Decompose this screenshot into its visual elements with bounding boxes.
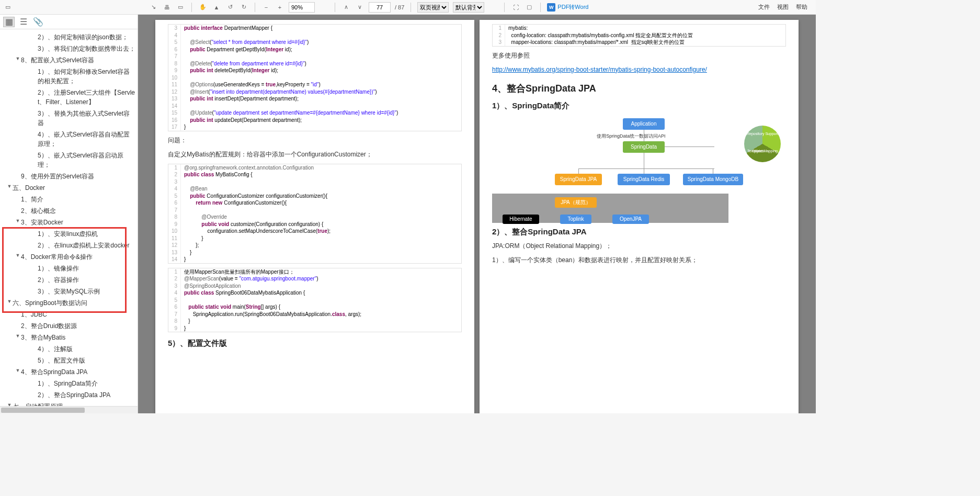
menu-view[interactable]: 视图 (777, 3, 789, 11)
outline-tree[interactable]: 2）、如何定制错误的json数据；3）、将我们的定制数据携带出去；▼8、配置嵌入… (0, 29, 138, 406)
diagram-openjpa: OpenJPA (612, 215, 649, 224)
tree-item[interactable]: ▼五、Docker (0, 182, 138, 194)
page-up-icon[interactable]: ∧ (341, 3, 351, 12)
tree-item-label: 六、SpringBoot与数据访问 (13, 298, 135, 308)
tree-item-label: 1、简介 (21, 195, 135, 204)
tree-item-label: 七、启动配置原理 (13, 402, 135, 406)
tree-item[interactable]: 9、使用外置的Servlet容器 (0, 171, 138, 182)
print-icon[interactable]: 🖶 (162, 3, 172, 12)
thumbnails-tab[interactable]: ▦ (3, 17, 15, 27)
tree-item[interactable]: ▼七、启动配置原理 (0, 401, 138, 406)
code-block-mapper: 3public interface DepartmentMapper {45 @… (168, 24, 462, 131)
tree-item-label: 3）、替换为其他嵌入式Servlet容器 (38, 109, 135, 128)
menu-file[interactable]: 文件 (758, 3, 770, 11)
page-left: 3public interface DepartmentMapper {45 @… (155, 20, 474, 413)
tree-item-label: 1、JDBC (21, 310, 135, 319)
tree-arrow-icon[interactable]: ▼ (6, 183, 13, 190)
tree-item[interactable]: ▼4、Docker常用命令&操作 (0, 251, 138, 263)
tree-item[interactable]: ▼4、整合SpringData JPA (0, 366, 138, 378)
bg-mode-select[interactable]: 默认背景 (453, 2, 484, 13)
word-icon: W (547, 3, 555, 12)
horizontal-scrollbar[interactable] (0, 406, 138, 413)
tree-arrow-icon[interactable]: ▼ (15, 252, 21, 260)
tree-item-label: 2）、整合SpringData JPA (38, 390, 135, 400)
rotate-right-icon[interactable]: ↻ (239, 3, 248, 12)
page-total: / 87 (395, 4, 404, 10)
tree-item[interactable]: 2）、整合SpringData JPA (0, 389, 138, 401)
main-toolbar: ▭ ↘ 🖶 ▭ ✋ ▲ ↺ ↻ − + ∧ ∨ / 87 双页视图 默认背景 ⛶… (0, 0, 816, 15)
tree-item[interactable]: 2）、如何定制错误的json数据； (0, 31, 138, 43)
tree-arrow-icon[interactable]: ▼ (15, 367, 21, 375)
sidebar: ▦ ☰ 📎 2）、如何定制错误的json数据；3）、将我们的定制数据携带出去；▼… (0, 15, 138, 413)
tree-item[interactable]: 4）、注解版 (0, 343, 138, 355)
code-block-mybatis-yaml: 1mybatis:2 config-location: classpath:my… (492, 24, 786, 47)
cursor-icon[interactable]: ▲ (212, 3, 221, 12)
tree-item-label: 1）、如何定制和修改Servlet容器的相关配置； (38, 67, 135, 86)
tree-item[interactable]: 2）、注册Servlet三大组件【Servlet、Filter、Listener… (0, 87, 138, 108)
attachments-tab[interactable]: 📎 (32, 17, 44, 27)
diagram-redis: SpringData Redis (618, 174, 670, 185)
tree-item-label: 3）、安装MySQL示例 (38, 287, 135, 296)
tree-item[interactable]: 2、整合Druid数据源 (0, 320, 138, 332)
tree-item[interactable]: 1）、镜像操作 (0, 263, 138, 274)
tree-item[interactable]: 1、JDBC (0, 309, 138, 320)
tree-item[interactable]: ▼8、配置嵌入式Servlet容器 (0, 54, 138, 66)
tree-item-label: 4、Docker常用命令&操作 (21, 252, 135, 262)
page-input[interactable] (369, 2, 391, 13)
tree-item[interactable]: 3）、安装MySQL示例 (0, 286, 138, 297)
tree-item[interactable]: 5）、配置文件版 (0, 355, 138, 366)
tree-item[interactable]: 3）、将我们的定制数据携带出去； (0, 43, 138, 54)
code-block-config: 1@org.springframework.context.annotation… (168, 164, 462, 264)
menu-help[interactable]: 帮助 (796, 3, 807, 11)
heading-5: 5）、配置文件版 (168, 339, 462, 348)
slideshow-icon[interactable]: ▢ (525, 3, 534, 12)
tree-arrow-icon[interactable]: ▼ (15, 218, 21, 225)
rotate-left-icon[interactable]: ↺ (225, 3, 235, 12)
tree-item-label: 4、整合SpringData JPA (21, 367, 135, 377)
zoom-out-icon[interactable]: − (261, 3, 271, 12)
document-viewport[interactable]: 3public interface DepartmentMapper {45 @… (138, 15, 816, 413)
tree-arrow-icon[interactable]: ▼ (15, 55, 21, 63)
tree-item[interactable]: 1）、如何定制和修改Servlet容器的相关配置； (0, 66, 138, 87)
tree-arrow-icon[interactable]: ▼ (6, 402, 13, 406)
view-mode-select[interactable]: 双页视图 (417, 2, 449, 13)
springdata-diagram: Application 使用SpringData统一数据访问API Spring… (492, 116, 786, 221)
tree-item-label: 3、安装Docker (21, 218, 135, 227)
mybatis-link[interactable]: http://www.mybatis.org/spring-boot-start… (492, 66, 707, 73)
tree-item[interactable]: 1、简介 (0, 194, 138, 205)
tree-item[interactable]: ▼六、SpringBoot与数据访问 (0, 297, 138, 309)
tree-item[interactable]: 2）、容器操作 (0, 274, 138, 286)
pdf-to-word-button[interactable]: W PDF转Word (547, 3, 588, 12)
tree-item-label: 2）、如何定制错误的json数据； (38, 32, 135, 42)
tree-item-label: 8、配置嵌入式Servlet容器 (21, 55, 135, 65)
tree-arrow-icon[interactable]: ▼ (6, 298, 13, 306)
page-down-icon[interactable]: ∨ (355, 3, 364, 12)
diagram-application: Application (623, 118, 665, 130)
tree-item[interactable]: ▼3、安装Docker (0, 217, 138, 228)
tree-item[interactable]: 5）、嵌入式Servlet容器启动原理； (0, 150, 138, 171)
tree-item-label: 2、整合Druid数据源 (21, 321, 135, 331)
tree-arrow-icon[interactable]: ▼ (15, 333, 21, 340)
fullscreen-icon[interactable]: ⛶ (511, 3, 520, 12)
zoom-in-icon[interactable]: + (275, 3, 284, 12)
tree-item-label: 2）、在linux虚拟机上安装docker (38, 241, 135, 250)
tree-item[interactable]: ▼3、整合MyBatis (0, 332, 138, 343)
question-label: 问题： (168, 136, 462, 145)
outline-tab[interactable]: ☰ (18, 17, 29, 27)
hand-icon[interactable]: ✋ (198, 3, 208, 12)
tree-item[interactable]: 4）、嵌入式Servlet容器自动配置原理； (0, 129, 138, 150)
export-icon[interactable]: ↘ (149, 3, 158, 12)
tree-item[interactable]: 2）、在linux虚拟机上安装docker (0, 240, 138, 251)
diagram-hibernate: Hibernate (503, 215, 539, 224)
heading-4: 4、整合SpringData JPA (492, 82, 786, 95)
zoom-input[interactable] (289, 2, 315, 13)
jpa-orm-text: JPA:ORM（Object Relational Mapping）； (492, 241, 786, 251)
tree-item[interactable]: 3）、替换为其他嵌入式Servlet容器 (0, 108, 138, 129)
sidebar-toggle-icon[interactable]: ▭ (3, 3, 13, 12)
tree-item-label: 1）、SpringData简介 (38, 379, 135, 388)
tree-item[interactable]: 1）、安装linux虚拟机 (0, 228, 138, 240)
tree-item[interactable]: 1）、SpringData简介 (0, 378, 138, 389)
tree-item-label: 1）、安装linux虚拟机 (38, 229, 135, 239)
tree-item[interactable]: 2、核心概念 (0, 205, 138, 217)
save-icon[interactable]: ▭ (176, 3, 185, 12)
